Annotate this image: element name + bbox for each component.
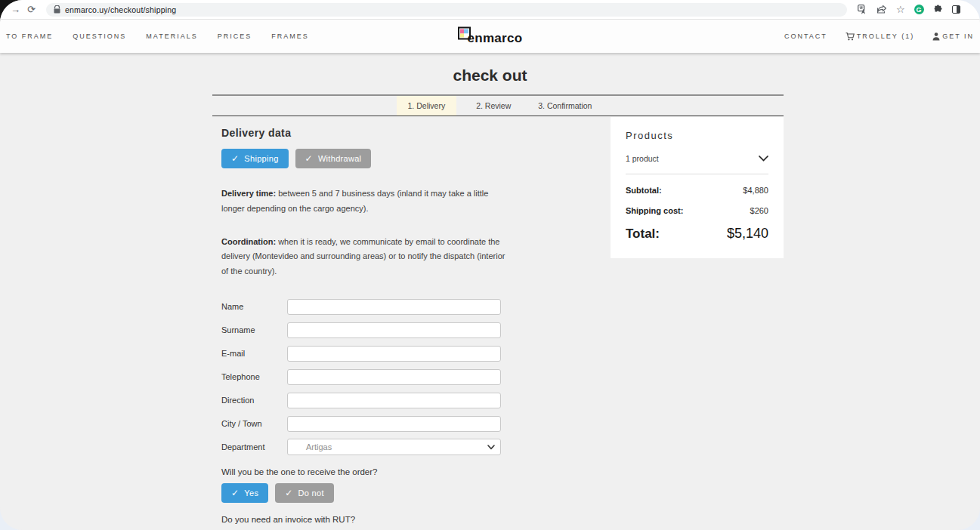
browser-toolbar: → ⟳ enmarco.uy/checkout/shipping ☆ G	[0, 0, 980, 20]
check-icon: ✓	[231, 488, 239, 498]
bookmark-star-icon[interactable]: ☆	[896, 4, 905, 15]
enmarco-logo[interactable]: enmarco	[458, 27, 523, 46]
nav-item-questions[interactable]: QUESTIONS	[73, 32, 126, 40]
reload-icon[interactable]: ⟳	[27, 5, 36, 14]
nav-item-to-frame[interactable]: TO FRAME	[6, 32, 53, 40]
translate-icon[interactable]	[858, 5, 867, 14]
extensions-puzzle-icon[interactable]	[933, 5, 943, 14]
shipping-cost-value: $260	[750, 206, 768, 215]
page-title: check out	[0, 66, 980, 85]
nav-item-materials[interactable]: MATERIALS	[146, 32, 197, 40]
receive-order-question: Will you be the one to receive the order…	[221, 467, 509, 476]
delivery-time-paragraph: Delivery time: between 5 and 7 business …	[221, 186, 507, 217]
chevron-down-icon	[759, 156, 768, 162]
nav-item-trolley[interactable]: TROLLEY (1)	[846, 32, 914, 41]
lock-icon	[54, 5, 60, 14]
nav-item-frames[interactable]: FRAMES	[271, 32, 309, 40]
account-menu: CONTACT TROLLEY (1) GET IN	[784, 20, 974, 53]
subtotal-value: $4,880	[743, 186, 768, 195]
checkout-steps: 1. Delivery 2. Review 3. Confirmation	[212, 94, 784, 116]
products-summary-panel: Products 1 product Subtotal: $4,880 Ship…	[611, 117, 784, 258]
coordination-paragraph: Coordination: when it is ready, we commu…	[221, 235, 507, 279]
withdrawal-toggle-button[interactable]: ✓ Withdrawal	[295, 149, 372, 168]
forward-icon[interactable]: →	[11, 5, 20, 14]
check-icon: ✓	[231, 154, 239, 163]
email-input[interactable]	[287, 346, 501, 362]
site-header: TO FRAME QUESTIONS MATERIALS PRICES FRAM…	[0, 20, 980, 53]
trolley-cart-icon	[846, 32, 855, 41]
direction-input[interactable]	[287, 393, 501, 408]
form-row-surname: Surname	[221, 322, 509, 338]
browser-window: → ⟳ enmarco.uy/checkout/shipping ☆ G TO …	[0, 0, 980, 530]
share-icon[interactable]	[876, 5, 887, 14]
browser-panel-icon[interactable]	[952, 5, 960, 14]
url-text: enmarco.uy/checkout/shipping	[65, 5, 176, 14]
logo-text: enmarco	[468, 31, 523, 46]
telephone-input[interactable]	[287, 369, 501, 385]
form-row-name: Name	[221, 299, 509, 315]
nav-item-get-in[interactable]: GET IN	[932, 32, 974, 41]
grammarly-extension-icon[interactable]: G	[914, 5, 924, 14]
department-select[interactable]: Artigas	[287, 439, 501, 455]
products-heading: Products	[626, 130, 768, 141]
surname-input[interactable]	[287, 322, 501, 338]
check-icon: ✓	[305, 154, 313, 163]
delivery-data-heading: Delivery data	[221, 127, 509, 139]
chevron-down-icon	[487, 445, 495, 450]
form-row-direction: Direction	[221, 393, 509, 408]
step-review[interactable]: 2. Review	[468, 96, 518, 116]
total-value: $5,140	[727, 226, 768, 242]
step-confirmation[interactable]: 3. Confirmation	[530, 96, 599, 116]
form-row-telephone: Telephone	[221, 369, 509, 385]
name-input[interactable]	[287, 299, 501, 315]
city-input[interactable]	[287, 416, 501, 432]
subtotal-row: Subtotal: $4,880	[626, 186, 768, 195]
shipping-toggle-button[interactable]: ✓ Shipping	[221, 149, 289, 168]
rut-invoice-question: Do you need an invoice with RUT?	[221, 515, 509, 524]
nav-item-contact[interactable]: CONTACT	[784, 32, 827, 40]
divider	[626, 174, 768, 174]
receive-yes-button[interactable]: ✓ Yes	[221, 483, 268, 503]
main-menu: TO FRAME QUESTIONS MATERIALS PRICES FRAM…	[6, 20, 309, 53]
form-row-department: Department Artigas	[221, 439, 509, 455]
step-delivery[interactable]: 1. Delivery	[397, 96, 457, 116]
check-icon: ✓	[285, 488, 292, 498]
delivery-form-section: Delivery data ✓ Shipping ✓ Withdrawal De…	[221, 127, 509, 530]
product-count-toggle[interactable]: 1 product	[626, 154, 768, 163]
form-row-email: E-mail	[221, 346, 509, 362]
user-icon	[932, 32, 940, 41]
receive-no-button[interactable]: ✓ Do not	[275, 483, 334, 503]
total-row: Total: $5,140	[626, 226, 768, 242]
nav-item-prices[interactable]: PRICES	[218, 32, 252, 40]
divider	[212, 116, 784, 116]
shipping-cost-row: Shipping cost: $260	[626, 206, 768, 215]
form-row-city: City / Town	[221, 416, 509, 432]
delivery-form: Name Surname E-mail Telephone Direction	[221, 299, 509, 455]
checkout-page: check out 1. Delivery 2. Review 3. Confi…	[0, 53, 980, 530]
address-bar[interactable]: enmarco.uy/checkout/shipping	[46, 3, 847, 17]
